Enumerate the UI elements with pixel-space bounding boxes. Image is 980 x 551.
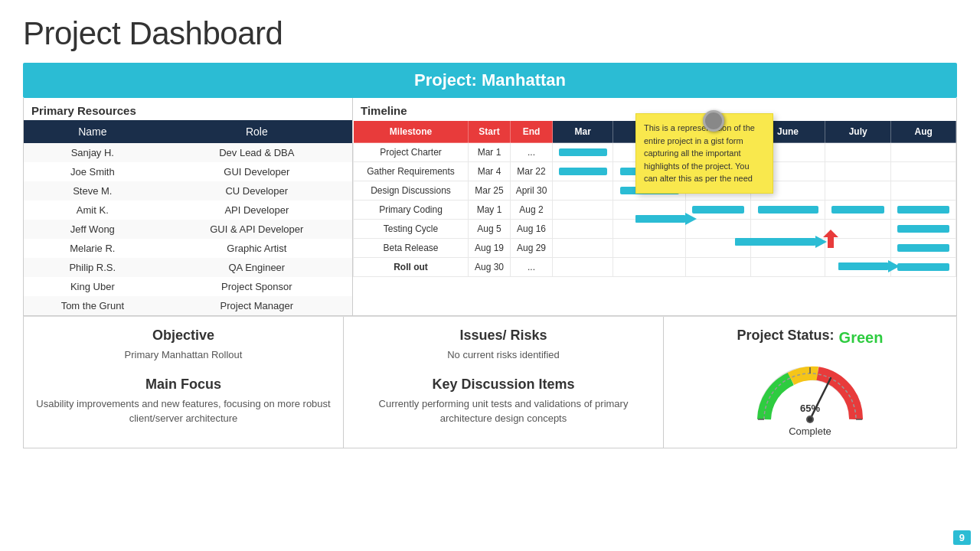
start-date: Aug 30	[469, 258, 511, 277]
milestone-name: Gather Requirements	[354, 162, 469, 181]
sticky-note-pin	[703, 110, 724, 132]
gantt-cell-empty	[825, 143, 890, 162]
main-content: Primary Resources Name Role Sanjay H.Dev…	[23, 98, 957, 316]
col-name-header: Name	[24, 120, 162, 143]
end-date: Mar 22	[511, 162, 553, 181]
start-date: Mar 1	[469, 143, 511, 162]
start-date: May 1	[469, 201, 511, 220]
resource-name: King Uber	[24, 277, 162, 296]
resource-role: Project Sponsor	[162, 277, 352, 296]
end-date: Aug 2	[511, 201, 553, 220]
table-row: Amit K.API Developer	[24, 201, 352, 220]
gantt-cell	[891, 258, 956, 277]
left-panel: Primary Resources Name Role Sanjay H.Dev…	[24, 98, 353, 315]
table-row: Steve M.CU Developer	[24, 181, 352, 201]
resource-name: Joe Smith	[24, 162, 162, 181]
gantt-cell-empty	[613, 239, 686, 258]
gantt-cell-empty	[891, 162, 956, 181]
objective-title: Objective	[36, 328, 331, 344]
col-end-header: End	[511, 121, 553, 143]
gantt-cell-empty	[553, 181, 613, 201]
gantt-cell-empty	[891, 143, 956, 162]
main-focus-text: Usability improvements and new features,…	[36, 396, 331, 426]
resource-name: Philip R.S.	[24, 258, 162, 277]
svg-point-5	[808, 417, 812, 422]
table-row: Melarie R.Graphic Artist	[24, 239, 352, 258]
gantt-cell-empty	[613, 258, 686, 277]
status-title: Project Status:	[737, 328, 835, 344]
table-row: Philip R.S.QA Engineer	[24, 258, 352, 277]
svg-rect-11	[838, 262, 888, 270]
table-row: Joe SmithGUI Developer	[24, 162, 352, 181]
milestone-name: Beta Release	[354, 239, 469, 258]
issues-title: Issues/ Risks	[356, 328, 651, 344]
arrow-coding	[838, 260, 900, 276]
resource-role: GUI Developer	[162, 162, 352, 181]
end-date: Aug 16	[511, 220, 553, 239]
col-start-header: Start	[469, 121, 511, 143]
svg-rect-7	[635, 215, 685, 223]
resource-role: Graphic Artist	[162, 239, 352, 258]
gauge-container: 65% Complete	[676, 352, 944, 437]
arrow-red-down	[823, 230, 838, 251]
gantt-cell	[751, 201, 825, 220]
resource-role: Dev Lead & DBA	[162, 143, 352, 162]
issues-text: No current risks identified	[356, 347, 651, 363]
gantt-cell-empty	[751, 258, 825, 277]
col-milestone-header: Milestone	[354, 121, 469, 143]
gantt-cell-empty	[825, 181, 890, 201]
project-banner: Project: Manhattan	[23, 63, 957, 98]
resources-table: Name Role Sanjay H.Dev Lead & DBAJoe Smi…	[24, 120, 352, 315]
gantt-cell	[825, 201, 890, 220]
page-title: Project Dashboard	[23, 15, 957, 52]
table-row: Jeff WongGUI & API Developer	[24, 220, 352, 239]
milestone-name: Roll out	[354, 258, 469, 277]
end-date: Aug 29	[511, 239, 553, 258]
col-mar: Mar	[553, 121, 613, 143]
milestone-name: Testing Cycle	[354, 220, 469, 239]
resource-name: Jeff Wong	[24, 220, 162, 239]
end-date: April 30	[511, 181, 553, 201]
end-date: ...	[511, 143, 553, 162]
col-role-header: Role	[162, 120, 352, 143]
table-row: Sanjay H.Dev Lead & DBA	[24, 143, 352, 162]
resource-role: GUI & API Developer	[162, 220, 352, 239]
start-date: Aug 19	[469, 239, 511, 258]
resource-role: CU Developer	[162, 181, 352, 201]
key-discussion-title: Key Discussion Items	[356, 377, 651, 393]
resource-name: Sanjay H.	[24, 143, 162, 162]
gantt-cell	[891, 220, 956, 239]
main-focus-title: Main Focus	[36, 377, 331, 393]
resource-name: Tom the Grunt	[24, 296, 162, 315]
col-july: July	[825, 121, 890, 143]
gantt-cell-empty	[553, 201, 613, 220]
gantt-cell-empty	[825, 162, 890, 181]
resources-section-label: Primary Resources	[24, 98, 352, 120]
resource-name: Amit K.	[24, 201, 162, 220]
gantt-cell	[553, 143, 613, 162]
gauge-complete-label: Complete	[789, 425, 831, 437]
gantt-cell	[891, 201, 956, 220]
status-value: Green	[839, 329, 884, 347]
gantt-cell-empty	[553, 258, 613, 277]
resource-role: QA Engineer	[162, 258, 352, 277]
start-date: Mar 25	[469, 181, 511, 201]
bottom-panels: Objective Primary Manhattan Rollout Main…	[23, 316, 957, 448]
objective-panel: Objective Primary Manhattan Rollout Main…	[24, 317, 344, 448]
milestone-name: Project Charter	[354, 143, 469, 162]
table-row: King UberProject Sponsor	[24, 277, 352, 296]
svg-marker-8	[685, 213, 697, 225]
gantt-cell-empty	[553, 239, 613, 258]
table-row: Beta ReleaseAug 19Aug 29	[354, 239, 956, 258]
start-date: Aug 5	[469, 220, 511, 239]
col-aug: Aug	[891, 121, 956, 143]
svg-marker-12	[888, 260, 900, 272]
arrow-design	[735, 236, 827, 251]
svg-text:65%: 65%	[800, 403, 820, 414]
status-panel: Project Status: Green	[664, 317, 956, 448]
key-discussion-text: Currently performing unit tests and vali…	[356, 396, 651, 426]
gantt-cell	[553, 162, 613, 181]
end-date: ...	[511, 258, 553, 277]
resource-role: Project Manager	[162, 296, 352, 315]
gantt-cell-empty	[553, 220, 613, 239]
